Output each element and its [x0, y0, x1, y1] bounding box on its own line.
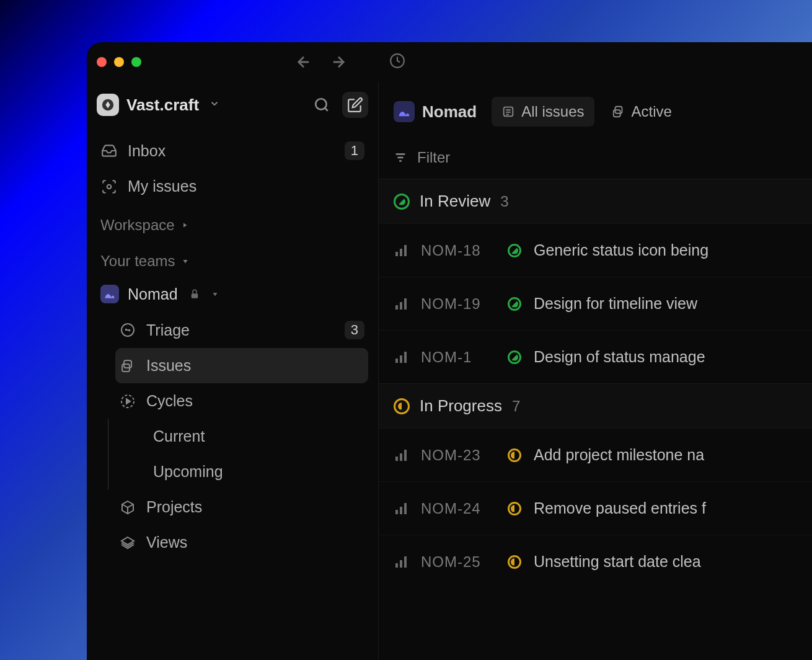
issue-row[interactable]: NOM-23 Add project milestone na [379, 428, 812, 481]
app-window: Vast.craft [87, 42, 812, 660]
workspace-header: Vast.craft [97, 87, 368, 123]
team-icon [100, 285, 119, 303]
workspace-switcher[interactable]: Vast.craft [97, 94, 220, 116]
issue-title: Add project milestone na [534, 446, 704, 464]
arrow-left-icon [295, 53, 312, 71]
search-icon [314, 97, 330, 113]
team-item-nomad[interactable]: Nomad [97, 276, 368, 312]
sidebar-item-cycles[interactable]: Cycles [115, 383, 368, 419]
workspace-name: Vast.craft [126, 96, 199, 115]
group-header-in-review[interactable]: In Review 3 [379, 179, 812, 223]
projects-icon [119, 499, 136, 516]
group-count: 7 [512, 398, 520, 415]
status-in-review-icon [394, 194, 410, 210]
filter-button[interactable]: Filter [379, 136, 812, 179]
team-sub-items-2: Projects Views [97, 489, 368, 560]
inbox-icon [100, 142, 118, 159]
svg-rect-17 [404, 298, 407, 310]
sidebar-item-label: My issues [128, 177, 364, 195]
cycle-sub-items: Current Upcoming [108, 419, 368, 489]
issue-id: NOM-24 [421, 500, 495, 517]
issue-title: Generic status icon being [534, 241, 708, 259]
svg-rect-18 [395, 359, 398, 363]
caret-down-icon [182, 257, 189, 265]
section-label: Workspace [100, 216, 175, 234]
tab-all-issues[interactable]: All issues [492, 97, 594, 127]
back-button[interactable] [295, 53, 312, 71]
sidebar-item-inbox[interactable]: Inbox 1 [97, 133, 368, 169]
teams-section-header[interactable]: Your teams [97, 240, 368, 276]
issue-row[interactable]: NOM-1 Design of status manage [379, 330, 812, 383]
tab-label: All issues [521, 103, 584, 120]
caret-right-icon [181, 221, 188, 229]
chevron-down-icon [209, 98, 220, 112]
issue-id: NOM-18 [421, 242, 495, 259]
svg-rect-14 [404, 245, 407, 256]
status-icon [508, 297, 521, 311]
issue-title: Unsetting start date clea [534, 553, 701, 571]
status-icon [508, 448, 521, 462]
group-title: In Review [420, 192, 490, 211]
sidebar-item-upcoming[interactable]: Upcoming [141, 454, 368, 489]
sidebar-item-label: Inbox [128, 142, 335, 160]
section-label: Your teams [100, 252, 175, 270]
clock-icon [389, 53, 405, 69]
issue-row[interactable]: NOM-25 Unsetting start date clea [379, 535, 812, 588]
tab-active[interactable]: Active [602, 97, 682, 127]
sidebar-item-views[interactable]: Views [115, 525, 368, 560]
priority-icon [394, 243, 408, 258]
svg-rect-26 [404, 503, 407, 514]
minimize-window-button[interactable] [114, 57, 124, 67]
issue-id: NOM-25 [421, 553, 495, 571]
inbox-badge: 1 [345, 141, 364, 160]
svg-rect-23 [404, 450, 407, 461]
triage-badge: 3 [345, 321, 364, 339]
list-icon [501, 105, 515, 118]
sidebar-item-label: Views [146, 533, 364, 551]
sidebar-item-issues[interactable]: Issues [115, 348, 368, 383]
team-sub-items: Triage 3 Issues Cycles [97, 312, 368, 419]
sidebar-item-label: Projects [146, 498, 364, 516]
filter-icon [394, 151, 407, 164]
sidebar-item-current[interactable]: Current [141, 419, 368, 454]
issue-row[interactable]: NOM-24 Remove paused entries f [379, 481, 812, 535]
close-window-button[interactable] [97, 57, 107, 67]
history-button[interactable] [389, 53, 405, 71]
svg-point-2 [316, 99, 326, 109]
team-title: Nomad [422, 102, 477, 122]
sidebar-item-my-issues[interactable]: My issues [97, 169, 368, 204]
forward-button[interactable] [330, 53, 347, 71]
main-content: Nomad All issues Active Filter [378, 82, 812, 660]
workspace-actions [309, 92, 368, 118]
issue-row[interactable]: NOM-18 Generic status icon being [379, 223, 812, 277]
status-icon [508, 502, 521, 515]
issue-id: NOM-19 [421, 295, 495, 313]
tab-label: Active [632, 103, 672, 120]
issue-row[interactable]: NOM-19 Design for timeline view [379, 277, 812, 330]
team-name: Nomad [128, 285, 178, 303]
workspace-icon [97, 94, 119, 116]
priority-icon [394, 448, 408, 463]
active-icon [612, 105, 625, 118]
svg-rect-22 [400, 453, 402, 461]
priority-icon [394, 297, 408, 311]
sidebar-item-projects[interactable]: Projects [115, 489, 368, 525]
status-icon [508, 350, 521, 364]
workspace-section-header[interactable]: Workspace [97, 204, 368, 240]
maximize-window-button[interactable] [131, 57, 141, 67]
group-header-in-progress[interactable]: In Progress 7 [379, 383, 812, 428]
views-icon [119, 534, 136, 551]
svg-rect-12 [395, 252, 398, 256]
issue-id: NOM-23 [421, 447, 495, 464]
sidebar-item-triage[interactable]: Triage 3 [115, 312, 368, 348]
nav-buttons [295, 53, 405, 71]
issues-icon [119, 357, 136, 375]
group-count: 3 [500, 193, 508, 210]
status-in-progress-icon [394, 398, 410, 414]
svg-rect-21 [395, 457, 398, 461]
sidebar-item-label: Current [153, 427, 364, 445]
team-badge-icon [394, 101, 415, 122]
compose-button[interactable] [342, 92, 368, 118]
search-button[interactable] [309, 92, 335, 118]
svg-rect-25 [400, 507, 402, 514]
